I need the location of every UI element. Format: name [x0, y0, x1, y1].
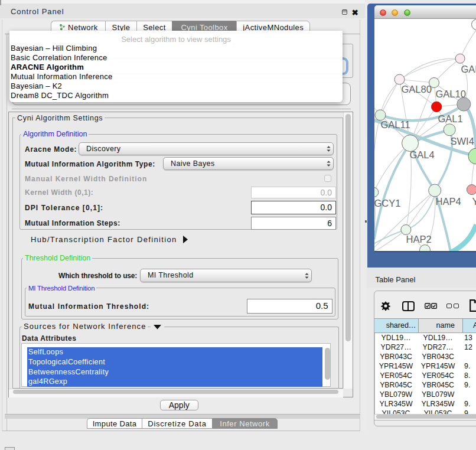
- svg-text:HAP4: HAP4: [435, 195, 461, 206]
- svg-text:HAP2: HAP2: [406, 233, 431, 244]
- svg-text:GAL4: GAL4: [409, 149, 434, 159]
- svg-text:GAL1: GAL1: [438, 113, 462, 123]
- svg-text:GAL10: GAL10: [435, 88, 465, 99]
- svg-text:SWI4: SWI4: [450, 136, 474, 146]
- svg-text:GAL11: GAL11: [380, 119, 410, 129]
- svg-text:GAL: GAL: [461, 63, 476, 74]
- svg-text:GAL80: GAL80: [401, 83, 431, 94]
- svg-text:Y: Y: [472, 195, 476, 206]
- svg-text:GCY1: GCY1: [374, 197, 400, 208]
